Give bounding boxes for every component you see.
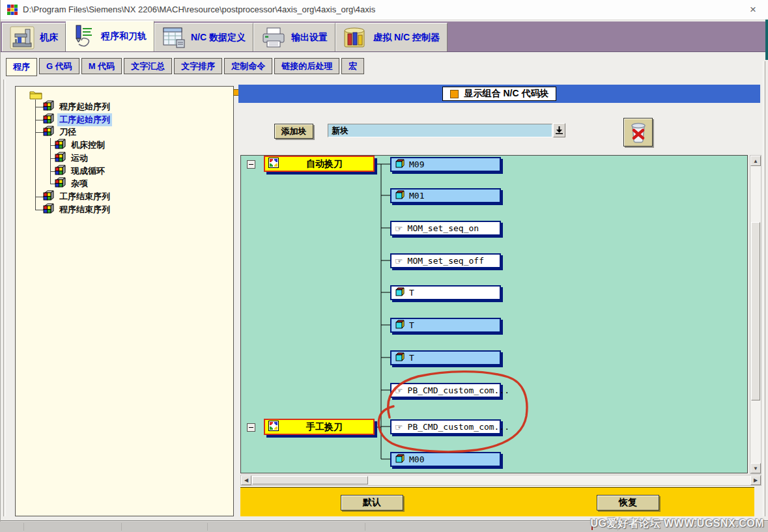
main-tab-program-toolpath[interactable]: 程序和刀轨 [66,21,154,51]
main-tab-nc-data-def[interactable]: N/C 数据定义 [154,23,253,51]
close-icon[interactable]: × [745,2,761,18]
left-groove [3,79,6,517]
collapse-toggle-manual-tool-change[interactable] [247,423,255,432]
tree-item-program-end-sequence[interactable]: 程序结束序列 [43,204,112,215]
new-block-value: 新块 [332,126,348,135]
sub-tab-label: 定制命令 [231,61,265,72]
main-tab-label: 机床 [40,32,58,44]
block-canvas: 自动换刀手工换刀M09M01☞MOM_set_seq_on☞MOM_set_se… [240,155,748,473]
footer-bar: 默认 恢复 [240,487,754,516]
collapse-toggle-auto-tool-change[interactable] [247,160,255,169]
dropdown-arrow-icon [556,126,563,134]
nc-block-label: M01 [409,191,424,201]
tree-item-miscellaneous[interactable]: 杂项 [55,178,90,189]
taskbar-separator [207,523,208,531]
scroll-down-button[interactable]: ▼ [750,463,761,473]
sub-tab-word-sequencing[interactable]: 文字排序 [174,58,222,74]
composite-check-icon [450,90,459,98]
scroll-left-button[interactable]: ◀ [241,475,251,485]
taskbar-separator [365,523,365,531]
nc-data-icon [162,27,186,49]
tree-cube-icon [55,165,66,178]
scroll-right-button[interactable]: ▶ [750,475,761,485]
sub-tab-g-code[interactable]: G 代码 [39,58,79,74]
screen: D:\Program Files\Siemens\NX 2206\MACH\re… [0,0,768,532]
machine-icon [10,26,35,49]
main-tab-virtual-nc[interactable]: 虚拟 N/C 控制器 [335,23,448,51]
add-block-label: 添加块 [281,126,307,137]
taskbar-separator [23,523,24,531]
cube-icon [395,319,405,331]
delete-block-button[interactable] [623,118,653,147]
nc-block-m00-9[interactable]: M00 [390,452,501,467]
pinwheel-icon [268,158,279,171]
horizontal-scroll-thumb[interactable] [252,476,368,484]
sub-tab-linked-post[interactable]: 链接的后处理 [274,58,339,74]
cube-icon [395,352,405,364]
group-block-label: 手工换刀 [279,421,370,433]
composite-toggle[interactable]: 显示组合 N/C 代码块 [442,87,557,101]
tree-item-canned-cycles[interactable]: 现成循环 [55,165,107,176]
tree-item-motion[interactable]: 运动 [55,152,90,163]
sequence-tree: 程序起始序列工序起始序列刀径机床控制运动现成循环杂项工序结束序列程序结束序列 [15,86,234,516]
tree-cube-icon [43,203,54,216]
group-block-manual-tool-change[interactable]: 手工换刀 [264,419,375,435]
nc-block-m01-1[interactable]: M01 [390,188,501,203]
nc-block-m09-0[interactable]: M09 [390,157,501,172]
vertical-scroll-thumb[interactable] [751,222,760,400]
horizontal-scrollbar[interactable]: ◀ ▶ [240,475,761,486]
main-tab-label: 程序和刀轨 [101,31,147,42]
main-tab-strip: 机床程序和刀轨N/C 数据定义输出设置虚拟 N/C 控制器 [2,21,448,51]
main-tab-label: N/C 数据定义 [191,32,246,44]
tree-item-label: 程序结束序列 [57,203,112,216]
sub-tab-custom-command[interactable]: 定制命令 [224,58,272,74]
combobox-dropdown-button[interactable] [553,123,565,137]
add-block-button[interactable]: 添加块 [274,124,313,139]
tree-cube-icon [43,113,54,126]
right-groove [763,61,765,517]
nc-block-t-6[interactable]: T [390,350,501,365]
tree-item-label: 工序起始序列 [57,113,112,126]
nc-block-mom-set-seq-on-2[interactable]: ☞MOM_set_seq_on [390,221,501,236]
nc-block-t-4[interactable]: T [390,285,501,300]
restore-button-label: 恢复 [619,497,637,509]
nc-block-label: PB_CMD_custom_com... [408,385,510,395]
tree-item-program-start-sequence[interactable]: 程序起始序列 [43,101,112,112]
sub-tab-m-code[interactable]: M 代码 [81,58,122,74]
nc-block-label: M00 [409,455,424,464]
sub-tab-program[interactable]: 程序 [6,58,37,76]
nc-block-label: PB_CMD_custom_com... [408,422,510,432]
tree-item-machine-control[interactable]: 机床控制 [55,139,107,150]
scroll-up-button[interactable]: ▲ [750,156,761,166]
tree-cube-icon [55,152,66,165]
vertical-scrollbar[interactable]: ▲ ▼ [750,155,761,474]
cube-icon [395,158,405,171]
tree-cube-icon [43,126,54,139]
sub-tab-word-summary[interactable]: 文字汇总 [124,58,172,74]
pinwheel-icon [268,421,279,434]
nc-block-pb-cmd-custom-com-8[interactable]: ☞PB_CMD_custom_com... [390,419,501,434]
sub-tab-label: 宏 [348,61,357,72]
tree-item-operation-start-sequence[interactable]: 工序起始序列 [43,114,112,125]
main-tab-label: 虚拟 N/C 控制器 [373,32,440,44]
minus-icon [249,427,253,428]
tree-cube-icon [55,139,66,152]
group-block-auto-tool-change[interactable]: 自动换刀 [264,156,375,172]
nc-block-mom-set-seq-off-3[interactable]: ☞MOM_set_seq_off [390,253,501,268]
tree-item-tool-path[interactable]: 刀径 [43,126,78,137]
new-block-combobox[interactable]: 新块 [328,124,552,137]
sub-tab-label: 文字排序 [181,61,215,72]
main-tab-output-settings[interactable]: 输出设置 [253,23,335,51]
tree-item-operation-end-sequence[interactable]: 工序结束序列 [43,191,112,202]
sub-tab-macro[interactable]: 宏 [341,58,364,74]
watermark: UG爱好者论坛 WWW.UGSNX.COM [591,517,764,531]
default-button[interactable]: 默认 [341,495,403,511]
nc-block-t-5[interactable]: T [390,318,501,333]
nc-block-pb-cmd-custom-com-7[interactable]: ☞PB_CMD_custom_com... [390,383,501,398]
tree-item-label: 杂项 [69,177,90,190]
nc-block-label: MOM_set_seq_off [408,256,484,266]
restore-button[interactable]: 恢复 [597,495,659,511]
main-tab-machine[interactable]: 机床 [2,23,66,51]
folder-icon[interactable] [29,90,42,102]
trash-icon [629,121,648,143]
